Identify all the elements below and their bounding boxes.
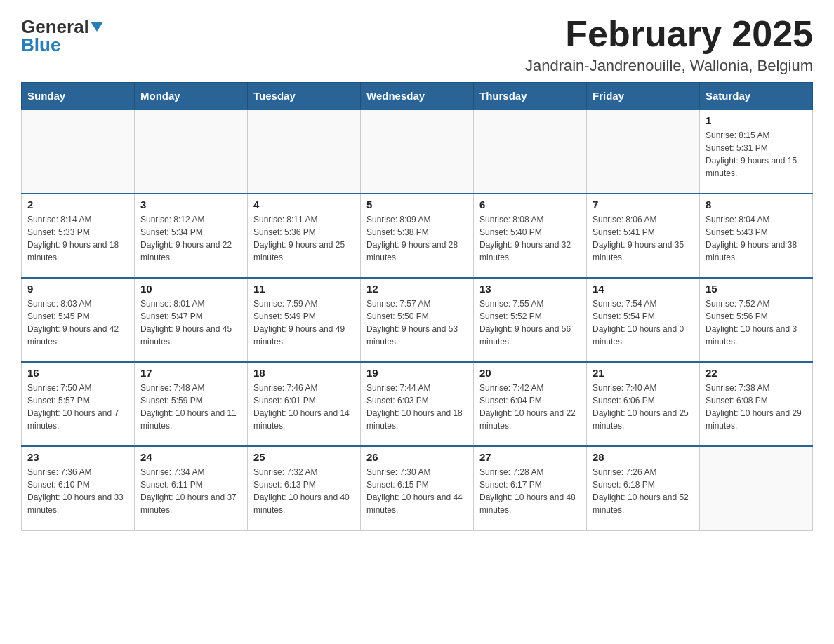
day-number: 23 [27,451,128,463]
calendar-cell: 12Sunrise: 7:57 AM Sunset: 5:50 PM Dayli… [361,278,474,362]
calendar-cell: 25Sunrise: 7:32 AM Sunset: 6:13 PM Dayli… [248,446,361,530]
week-row-5: 23Sunrise: 7:36 AM Sunset: 6:10 PM Dayli… [22,446,813,530]
day-info: Sunrise: 8:15 AM Sunset: 5:31 PM Dayligh… [706,129,807,180]
calendar-cell: 20Sunrise: 7:42 AM Sunset: 6:04 PM Dayli… [474,362,587,446]
day-number: 11 [253,283,355,295]
calendar-cell: 16Sunrise: 7:50 AM Sunset: 5:57 PM Dayli… [22,362,135,446]
calendar-cell: 8Sunrise: 8:04 AM Sunset: 5:43 PM Daylig… [700,194,813,278]
day-number: 17 [140,367,241,379]
calendar-cell: 7Sunrise: 8:06 AM Sunset: 5:41 PM Daylig… [587,194,700,278]
day-number: 12 [366,283,468,295]
calendar-cell [135,109,248,194]
day-info: Sunrise: 7:50 AM Sunset: 5:57 PM Dayligh… [27,382,128,432]
day-info: Sunrise: 7:57 AM Sunset: 5:50 PM Dayligh… [366,297,468,348]
calendar-cell: 13Sunrise: 7:55 AM Sunset: 5:52 PM Dayli… [474,278,587,362]
calendar-cell: 2Sunrise: 8:14 AM Sunset: 5:33 PM Daylig… [22,194,135,278]
title-block: February 2025 Jandrain-Jandrenouille, Wa… [525,14,813,75]
week-row-2: 2Sunrise: 8:14 AM Sunset: 5:33 PM Daylig… [22,194,813,278]
day-info: Sunrise: 7:30 AM Sunset: 6:15 PM Dayligh… [366,466,468,516]
day-number: 14 [593,283,694,295]
day-info: Sunrise: 7:59 AM Sunset: 5:49 PM Dayligh… [253,297,355,348]
day-number: 7 [593,199,694,210]
day-info: Sunrise: 8:04 AM Sunset: 5:43 PM Dayligh… [706,213,807,264]
day-info: Sunrise: 7:32 AM Sunset: 6:13 PM Dayligh… [253,466,355,516]
day-info: Sunrise: 7:28 AM Sunset: 6:17 PM Dayligh… [479,466,581,516]
day-number: 1 [706,114,807,126]
day-info: Sunrise: 7:52 AM Sunset: 5:56 PM Dayligh… [706,297,807,348]
calendar-cell [248,109,361,194]
weekday-header-friday: Friday [587,83,700,110]
logo-triangle-icon [91,22,103,32]
weekday-header-saturday: Saturday [700,83,813,110]
day-info: Sunrise: 7:54 AM Sunset: 5:54 PM Dayligh… [593,297,694,348]
day-number: 20 [479,367,581,379]
calendar-cell: 5Sunrise: 8:09 AM Sunset: 5:38 PM Daylig… [361,194,474,278]
day-info: Sunrise: 7:55 AM Sunset: 5:52 PM Dayligh… [479,297,581,348]
weekday-header-tuesday: Tuesday [248,83,361,110]
weekday-header-row: SundayMondayTuesdayWednesdayThursdayFrid… [22,83,813,110]
day-number: 13 [479,283,581,295]
day-info: Sunrise: 7:36 AM Sunset: 6:10 PM Dayligh… [27,466,128,516]
calendar-cell [700,446,813,530]
day-number: 19 [366,367,468,379]
day-number: 3 [140,199,241,210]
calendar-cell [587,109,700,194]
weekday-header-wednesday: Wednesday [361,83,474,110]
day-number: 5 [366,199,468,210]
day-number: 9 [27,283,128,295]
logo-blue-text: Blue [21,34,60,55]
day-info: Sunrise: 8:14 AM Sunset: 5:33 PM Dayligh… [27,213,128,264]
week-row-1: 1Sunrise: 8:15 AM Sunset: 5:31 PM Daylig… [22,109,813,194]
week-row-3: 9Sunrise: 8:03 AM Sunset: 5:45 PM Daylig… [22,278,813,362]
weekday-header-monday: Monday [135,83,248,110]
day-number: 4 [253,199,355,210]
calendar-cell [22,109,135,194]
calendar-cell: 23Sunrise: 7:36 AM Sunset: 6:10 PM Dayli… [22,446,135,530]
day-number: 8 [706,199,807,210]
day-number: 24 [140,451,241,463]
day-info: Sunrise: 7:40 AM Sunset: 6:06 PM Dayligh… [593,382,694,432]
calendar-cell: 21Sunrise: 7:40 AM Sunset: 6:06 PM Dayli… [587,362,700,446]
day-info: Sunrise: 7:44 AM Sunset: 6:03 PM Dayligh… [366,382,468,432]
day-info: Sunrise: 8:06 AM Sunset: 5:41 PM Dayligh… [593,213,694,264]
day-number: 15 [706,283,807,295]
page-header: GeneralBlue February 2025 Jandrain-Jandr… [21,14,813,75]
calendar-cell: 4Sunrise: 8:11 AM Sunset: 5:36 PM Daylig… [248,194,361,278]
day-info: Sunrise: 7:34 AM Sunset: 6:11 PM Dayligh… [140,466,241,516]
day-info: Sunrise: 8:03 AM Sunset: 5:45 PM Dayligh… [27,297,128,348]
day-number: 10 [140,283,241,295]
day-info: Sunrise: 7:26 AM Sunset: 6:18 PM Dayligh… [593,466,694,516]
day-info: Sunrise: 7:42 AM Sunset: 6:04 PM Dayligh… [479,382,581,432]
calendar-cell [361,109,474,194]
calendar-cell: 6Sunrise: 8:08 AM Sunset: 5:40 PM Daylig… [474,194,587,278]
week-row-4: 16Sunrise: 7:50 AM Sunset: 5:57 PM Dayli… [22,362,813,446]
calendar-cell: 17Sunrise: 7:48 AM Sunset: 5:59 PM Dayli… [135,362,248,446]
calendar-cell: 28Sunrise: 7:26 AM Sunset: 6:18 PM Dayli… [587,446,700,530]
day-info: Sunrise: 7:48 AM Sunset: 5:59 PM Dayligh… [140,382,241,432]
calendar-cell: 11Sunrise: 7:59 AM Sunset: 5:49 PM Dayli… [248,278,361,362]
calendar-cell: 9Sunrise: 8:03 AM Sunset: 5:45 PM Daylig… [22,278,135,362]
calendar-cell: 15Sunrise: 7:52 AM Sunset: 5:56 PM Dayli… [700,278,813,362]
day-info: Sunrise: 8:08 AM Sunset: 5:40 PM Dayligh… [479,213,581,264]
day-number: 16 [27,367,128,379]
day-number: 28 [593,451,694,463]
day-info: Sunrise: 7:46 AM Sunset: 6:01 PM Dayligh… [253,382,355,432]
day-info: Sunrise: 8:12 AM Sunset: 5:34 PM Dayligh… [140,213,241,264]
weekday-header-sunday: Sunday [22,83,135,110]
month-title: February 2025 [525,14,813,54]
weekday-header-thursday: Thursday [474,83,587,110]
day-info: Sunrise: 8:11 AM Sunset: 5:36 PM Dayligh… [253,213,355,264]
calendar-cell: 19Sunrise: 7:44 AM Sunset: 6:03 PM Dayli… [361,362,474,446]
calendar-cell [474,109,587,194]
logo: GeneralBlue [21,14,103,54]
day-number: 25 [253,451,355,463]
calendar-cell: 22Sunrise: 7:38 AM Sunset: 6:08 PM Dayli… [700,362,813,446]
calendar-table: SundayMondayTuesdayWednesdayThursdayFrid… [21,82,813,531]
calendar-cell: 18Sunrise: 7:46 AM Sunset: 6:01 PM Dayli… [248,362,361,446]
day-number: 22 [706,367,807,379]
calendar-cell: 3Sunrise: 8:12 AM Sunset: 5:34 PM Daylig… [135,194,248,278]
calendar-cell: 27Sunrise: 7:28 AM Sunset: 6:17 PM Dayli… [474,446,587,530]
calendar-cell: 10Sunrise: 8:01 AM Sunset: 5:47 PM Dayli… [135,278,248,362]
day-number: 2 [27,199,128,210]
logo-text: GeneralBlue [21,18,103,54]
